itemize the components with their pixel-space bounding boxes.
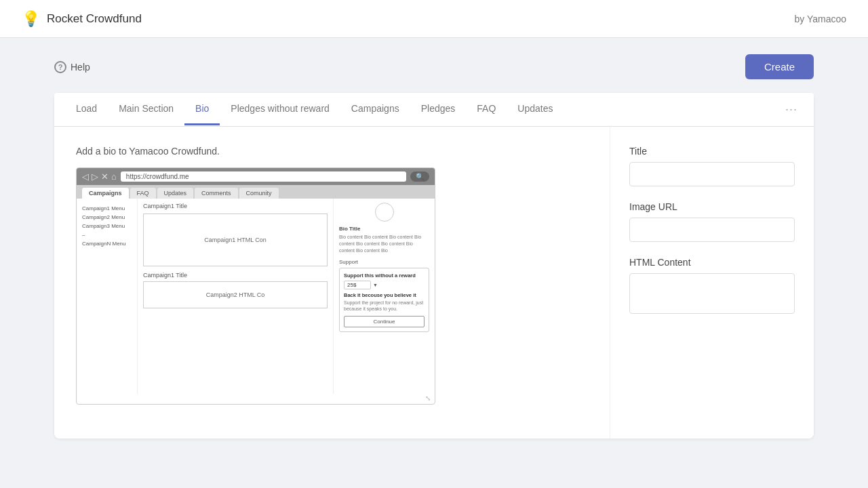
mockup-body: Campaign1 Menu Campaign2 Menu Campaign3 … bbox=[77, 199, 435, 394]
home-icon: ⌂ bbox=[111, 171, 117, 182]
forward-icon: ▷ bbox=[92, 171, 98, 182]
sidebar-item-1: Campaign1 Menu bbox=[82, 204, 132, 213]
html-content-field: HTML Content bbox=[629, 257, 795, 317]
campaign1-html-box: Campaign1 HTML Con bbox=[143, 214, 328, 266]
mockup-main: Campaign1 Title Campaign1 HTML Con Campa… bbox=[138, 199, 333, 394]
top-bar: 💡 Rocket Crowdfund by Yamacoo bbox=[0, 0, 868, 38]
title-label: Title bbox=[629, 146, 795, 157]
bio-amount-dropdown: ▼ bbox=[373, 283, 378, 287]
tab-pledges-without-reward[interactable]: Pledges without reward bbox=[220, 94, 340, 125]
sidebar-item-sep: – bbox=[82, 230, 132, 239]
sidebar-item-2: Campaign2 Menu bbox=[82, 213, 132, 222]
bio-title: Bio Title bbox=[339, 226, 429, 232]
tab-campaigns[interactable]: Campaigns bbox=[340, 94, 410, 125]
bio-support-title: Support this without a reward bbox=[344, 272, 425, 279]
html-content-textarea[interactable] bbox=[629, 273, 795, 314]
bio-avatar bbox=[375, 203, 394, 222]
content-panel: Add a bio to Yamacoo Crowdfund. ◁ ▷ ✕ ⌂ … bbox=[54, 127, 814, 439]
bio-amount-row: 25$ ▼ bbox=[344, 281, 425, 289]
bio-content: Bio content Bio content Bio content Bio … bbox=[339, 234, 429, 253]
campaign2-html-box: Campaign2 HTML Co bbox=[143, 281, 328, 308]
bio-back-title: Back it becouse you believe it bbox=[344, 292, 425, 298]
sidebar-item-n: CampaignN Menu bbox=[82, 239, 132, 248]
back-icon: ◁ bbox=[82, 171, 89, 182]
html-content-label: HTML Content bbox=[629, 257, 795, 268]
bio-amount-input: 25$ bbox=[344, 281, 371, 289]
preview-label: Add a bio to Yamacoo Crowdfund. bbox=[76, 146, 588, 157]
browser-search: 🔍 bbox=[410, 171, 429, 182]
title-field: Title bbox=[629, 146, 795, 186]
tab-updates[interactable]: Updates bbox=[507, 94, 564, 125]
preview-panel: Add a bio to Yamacoo Crowdfund. ◁ ▷ ✕ ⌂ … bbox=[54, 127, 610, 439]
title-input[interactable] bbox=[629, 162, 795, 186]
campaign2-title: Campaign1 Title bbox=[143, 272, 328, 279]
tab-pledges[interactable]: Pledges bbox=[410, 94, 467, 125]
browser-url: https://crowdfund.me bbox=[121, 171, 406, 182]
help-icon: ? bbox=[54, 61, 66, 73]
bio-back-desc: Support the project for no reward, just … bbox=[344, 300, 425, 312]
action-row: ? Help Create bbox=[54, 54, 814, 79]
mockup-frame: ◁ ▷ ✕ ⌂ https://crowdfund.me 🔍 Campaigns… bbox=[76, 167, 435, 405]
form-panel: Title Image URL HTML Content bbox=[610, 127, 814, 439]
mockup-tab-campaigns: Campaigns bbox=[82, 188, 129, 199]
rocket-icon: 💡 bbox=[22, 10, 40, 28]
sidebar-item-3: Campaign3 Menu bbox=[82, 222, 132, 230]
mockup-tab-comments: Comments bbox=[195, 188, 238, 199]
browser-bar: ◁ ▷ ✕ ⌂ https://crowdfund.me 🔍 bbox=[77, 168, 435, 185]
close-icon: ✕ bbox=[101, 171, 108, 182]
logo: 💡 Rocket Crowdfund bbox=[22, 10, 142, 28]
help-button[interactable]: ? Help bbox=[54, 61, 90, 73]
more-tabs-button[interactable]: ··· bbox=[780, 93, 803, 126]
mockup-sidebar: Campaign1 Menu Campaign2 Menu Campaign3 … bbox=[77, 199, 138, 394]
image-url-field: Image URL bbox=[629, 201, 795, 242]
tab-faq[interactable]: FAQ bbox=[466, 94, 507, 125]
mockup-tab-faq: FAQ bbox=[130, 188, 156, 199]
create-button[interactable]: Create bbox=[745, 54, 814, 79]
bio-continue-button: Continue bbox=[344, 316, 425, 327]
campaign1-title: Campaign1 Title bbox=[143, 203, 328, 209]
tab-bio[interactable]: Bio bbox=[184, 94, 220, 125]
mockup-tab-updates: Updates bbox=[157, 188, 194, 199]
mockup-tab-comunity: Comunity bbox=[239, 188, 279, 199]
app-title: Rocket Crowdfund bbox=[47, 12, 142, 26]
image-url-label: Image URL bbox=[629, 201, 795, 212]
mockup-bio-panel: Bio Title Bio content Bio content Bio co… bbox=[333, 199, 435, 394]
by-label: by Yamacoo bbox=[794, 14, 846, 24]
image-url-input[interactable] bbox=[629, 218, 795, 242]
bio-support-label: Support bbox=[339, 259, 429, 265]
help-label: Help bbox=[71, 62, 90, 73]
mockup-tabs: Campaigns FAQ Updates Comments Comunity bbox=[77, 185, 435, 199]
main-area: ? Help Create Load Main Section Bio Pled… bbox=[0, 38, 868, 488]
browser-nav: ◁ ▷ ✕ ⌂ bbox=[82, 171, 117, 182]
tab-load[interactable]: Load bbox=[65, 94, 108, 125]
tabs-bar: Load Main Section Bio Pledges without re… bbox=[54, 93, 814, 127]
resize-handle: ⤡ bbox=[425, 394, 433, 403]
bio-support-box: Support this without a reward 25$ ▼ Back… bbox=[339, 268, 429, 331]
tab-main-section[interactable]: Main Section bbox=[108, 94, 184, 125]
